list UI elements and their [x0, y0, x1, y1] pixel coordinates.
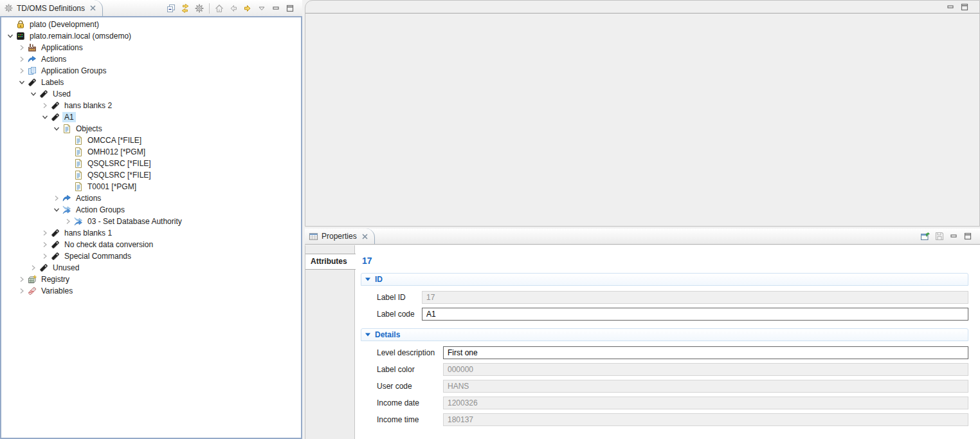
- chevron-right-icon[interactable]: [63, 216, 73, 227]
- tree-item[interactable]: A1: [1, 111, 301, 123]
- chevron-down-icon[interactable]: [17, 77, 27, 88]
- tree-item-label: 03 - Set Database Authority: [86, 216, 184, 227]
- tree-item[interactable]: Labels: [1, 77, 301, 88]
- maximize-button[interactable]: [283, 1, 297, 15]
- field-input-level-description[interactable]: [443, 346, 968, 359]
- chevron-down-icon[interactable]: [51, 205, 62, 215]
- tree-item[interactable]: Actions: [1, 192, 301, 204]
- tab-properties[interactable]: Properties: [305, 229, 375, 244]
- chevron-right-icon[interactable]: [17, 66, 27, 76]
- tree-item[interactable]: hans blanks 1: [1, 227, 301, 239]
- chevron-right-icon[interactable]: [51, 193, 62, 203]
- chevron-right-icon[interactable]: [40, 251, 50, 261]
- tree-item[interactable]: Actions: [1, 53, 301, 65]
- editor-area-header: [305, 1, 979, 14]
- chevron-down-icon[interactable]: [51, 124, 62, 134]
- view-menu-button[interactable]: [255, 1, 269, 15]
- tree-item-label: Actions: [74, 193, 103, 203]
- minimize-icon: [271, 3, 281, 14]
- tree-item[interactable]: Registry: [1, 274, 301, 285]
- tree-item[interactable]: QSQLSRC [*FILE]: [1, 158, 301, 169]
- tree-item[interactable]: 03 - Set Database Authority: [1, 216, 301, 227]
- new-properties-view-button[interactable]: [918, 229, 932, 243]
- left-view-tabbar: TD/OMS Definitions: [0, 0, 302, 16]
- chevron-right-icon[interactable]: [28, 263, 39, 273]
- tree-item[interactable]: OMCCA [*FILE]: [1, 135, 301, 146]
- collapse-all-button[interactable]: [164, 1, 178, 15]
- maximize-button[interactable]: [961, 229, 975, 243]
- left-view-toolbar: [164, 0, 302, 16]
- editor-area: [305, 0, 980, 227]
- minimize-button[interactable]: [269, 1, 283, 15]
- attributes-form: 17 IDLabel IDLabel codeDetailsLevel desc…: [356, 245, 980, 439]
- maximize-icon: [959, 2, 970, 12]
- field-input-label-color: [443, 363, 968, 376]
- tree-item-label: OMCCA [*FILE]: [86, 135, 143, 145]
- field-input-income-date: [443, 397, 968, 409]
- tree-item[interactable]: plato (Development): [1, 19, 301, 30]
- tree-item[interactable]: T0001 [*PGM]: [1, 181, 301, 192]
- tree-item-label: hans blanks 1: [62, 228, 114, 238]
- maximize-button[interactable]: [957, 0, 972, 14]
- document-icon: [62, 124, 72, 134]
- chevron-down-icon[interactable]: [28, 89, 39, 99]
- view-menu-icon: [257, 3, 267, 14]
- label-icon: [27, 77, 37, 88]
- lock-icon: [15, 19, 26, 30]
- tree-item[interactable]: Action Groups: [1, 204, 301, 216]
- settings-button[interactable]: [192, 1, 206, 15]
- tree-item[interactable]: Unused: [1, 262, 301, 274]
- tree-item[interactable]: plato.remain.local (omsdemo): [1, 30, 301, 42]
- label-icon: [50, 228, 60, 238]
- tree-item[interactable]: OMH012 [*PGM]: [1, 146, 301, 158]
- minimize-icon: [945, 2, 956, 12]
- chevron-right-icon[interactable]: [17, 42, 27, 53]
- tree-item[interactable]: Used: [1, 88, 301, 100]
- field-label: Income time: [377, 415, 443, 424]
- form-title: 17: [362, 256, 968, 266]
- properties-view: Properties Attributes 17 IDLabel IDLabel…: [305, 229, 980, 439]
- section-header-details[interactable]: Details: [361, 328, 968, 341]
- field-label: Label color: [377, 365, 443, 374]
- tree-item[interactable]: hans blanks 2: [1, 100, 301, 111]
- chevron-right-icon[interactable]: [40, 100, 50, 111]
- editor-area-toolbar: [943, 0, 977, 14]
- properties-content: Attributes 17 IDLabel IDLabel codeDetail…: [305, 245, 980, 439]
- chevron-right-icon[interactable]: [17, 286, 27, 296]
- tree-item[interactable]: Application Groups: [1, 65, 301, 77]
- chevron-down-icon[interactable]: [40, 112, 50, 122]
- chevron-right-icon[interactable]: [17, 54, 27, 64]
- section-header-id[interactable]: ID: [361, 273, 968, 286]
- forward-icon: [242, 3, 253, 14]
- tdoms-view-icon: [4, 3, 14, 13]
- tree-item[interactable]: Objects: [1, 123, 301, 135]
- section-title: Details: [375, 330, 400, 339]
- gear-icon: [194, 3, 204, 14]
- minimize-button[interactable]: [947, 229, 961, 243]
- chevron-right-icon[interactable]: [17, 274, 27, 285]
- minimize-button[interactable]: [943, 0, 957, 14]
- field-input-label-code[interactable]: [422, 308, 968, 321]
- close-icon[interactable]: [90, 5, 96, 11]
- tree-expander-placeholder: [5, 19, 15, 30]
- chevron-right-icon[interactable]: [40, 239, 50, 250]
- application-groups-icon: [27, 66, 37, 76]
- link-with-editor-button[interactable]: [178, 1, 192, 15]
- close-icon[interactable]: [362, 234, 368, 239]
- tree-item[interactable]: No check data conversion: [1, 239, 301, 250]
- tree-item[interactable]: Special Commands: [1, 250, 301, 262]
- tree-item[interactable]: Variables: [1, 285, 301, 297]
- side-tab-attributes[interactable]: Attributes: [305, 254, 356, 270]
- tree-item-label: plato (Development): [28, 19, 101, 30]
- forward-button[interactable]: [240, 1, 255, 15]
- document-icon: [73, 170, 84, 180]
- tree-item[interactable]: QSQLSRC [*FILE]: [1, 169, 301, 181]
- pin-view-icon: [920, 231, 930, 241]
- tree-item-label: QSQLSRC [*FILE]: [86, 170, 153, 180]
- field-input-income-time: [443, 413, 968, 426]
- tree-item[interactable]: Applications: [1, 42, 301, 53]
- field-label: User code: [377, 382, 443, 391]
- chevron-right-icon[interactable]: [40, 228, 50, 238]
- chevron-down-icon[interactable]: [5, 31, 15, 41]
- tab-tdoms-definitions[interactable]: TD/OMS Definitions: [0, 0, 103, 16]
